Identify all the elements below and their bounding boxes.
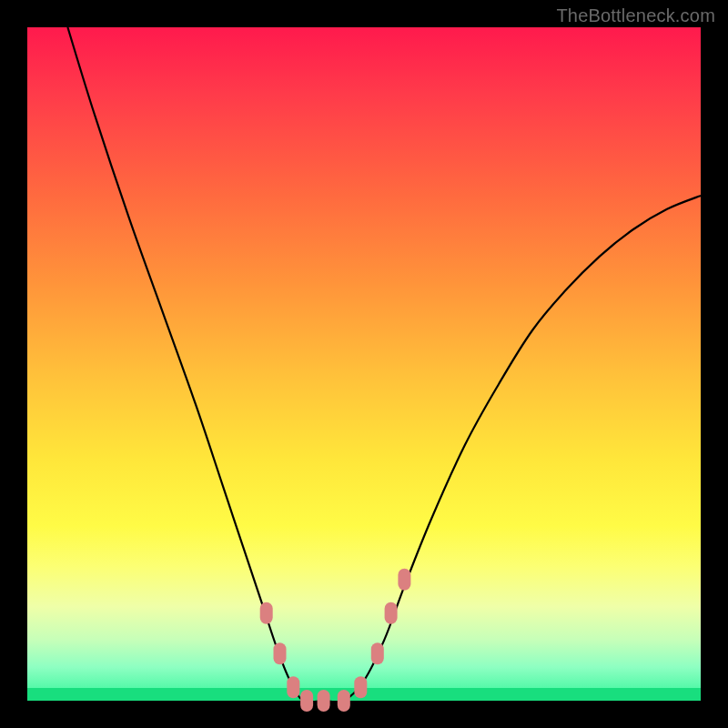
marker-point [260, 602, 273, 624]
marker-point [318, 690, 330, 712]
marker-point [385, 602, 398, 624]
marker-point [274, 642, 287, 664]
bottleneck-curve [67, 27, 701, 703]
highlight-markers [260, 569, 411, 712]
plot-area [27, 27, 701, 701]
chart-frame: TheBottleneck.com [0, 0, 728, 728]
marker-point [338, 690, 350, 712]
marker-point [371, 642, 384, 664]
marker-point [354, 676, 367, 698]
marker-point [398, 569, 410, 591]
marker-point [300, 690, 313, 712]
watermark-text: TheBottleneck.com [556, 5, 715, 26]
marker-point [287, 676, 299, 698]
curve-svg [27, 27, 701, 701]
